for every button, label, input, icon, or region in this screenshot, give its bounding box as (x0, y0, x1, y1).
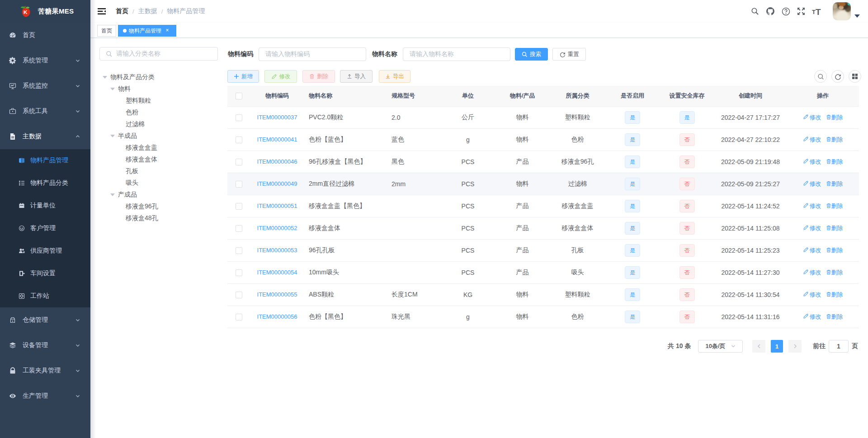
svg-text:K: K (24, 9, 28, 14)
svg-text:T: T (816, 7, 821, 16)
svg-text:T: T (812, 9, 816, 15)
